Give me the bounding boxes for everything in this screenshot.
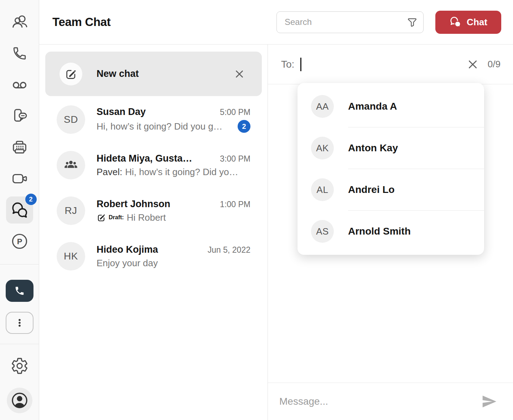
last-sender: Pavel: bbox=[97, 167, 122, 177]
conversation-row[interactable]: SD Susan Day 5:00 PM Hi, how’s it going?… bbox=[39, 97, 268, 142]
conversation-name: Hideo Kojima bbox=[97, 244, 158, 255]
navigation-rail: 2 P bbox=[0, 0, 39, 420]
text-message-icon bbox=[11, 108, 28, 124]
svg-text:P: P bbox=[17, 237, 22, 246]
conversation-preview: Hi, how’s it going? Did you g… bbox=[97, 121, 234, 132]
close-icon[interactable] bbox=[234, 68, 245, 80]
gear-icon bbox=[11, 357, 28, 375]
filter-icon[interactable] bbox=[407, 17, 418, 27]
conversation-row[interactable]: Hideta Miya, Gusta… 3:00 PM Pavel:Hi, ho… bbox=[39, 142, 268, 188]
message-input[interactable] bbox=[279, 396, 474, 407]
close-icon[interactable] bbox=[466, 58, 479, 71]
avatar: AL bbox=[311, 178, 334, 201]
new-chat-label: New chat bbox=[97, 68, 139, 79]
sidebar-item-park[interactable]: P bbox=[8, 230, 31, 253]
conversation-time: 5:00 PM bbox=[220, 107, 250, 117]
top-bar: Team Chat Chat bbox=[39, 0, 513, 44]
phone-filled-icon bbox=[14, 285, 25, 296]
new-chat-avatar bbox=[59, 63, 82, 85]
conversation-name: Hideta Miya, Gusta… bbox=[97, 153, 192, 164]
send-icon bbox=[481, 394, 497, 409]
draft-label: Draft: bbox=[109, 214, 124, 221]
contact-suggestion[interactable]: AL Andrei Lo bbox=[297, 169, 484, 210]
conversation-name: Susan Day bbox=[97, 106, 146, 117]
chat-bubbles-icon bbox=[449, 16, 462, 28]
team-chat-app: 2 P bbox=[0, 0, 513, 420]
sidebar-item-text-message[interactable] bbox=[8, 105, 31, 127]
more-actions-button[interactable] bbox=[6, 312, 33, 334]
new-chat-button[interactable]: Chat bbox=[435, 11, 501, 34]
sidebar-item-video[interactable] bbox=[8, 167, 31, 190]
search-input[interactable] bbox=[285, 17, 407, 27]
contact-name: Arnold Smith bbox=[348, 226, 411, 237]
conversation-time: 3:00 PM bbox=[220, 154, 250, 164]
sidebar-item-phone[interactable] bbox=[8, 42, 31, 65]
message-bar bbox=[268, 383, 513, 420]
contacts-icon bbox=[11, 14, 28, 30]
avatar: AK bbox=[311, 137, 334, 159]
conversation-preview: Pavel:Hi, how’s it going? Did yo… bbox=[97, 167, 250, 178]
profile-avatar-button[interactable] bbox=[7, 388, 32, 413]
conversation-preview: Enjoy your day bbox=[97, 258, 250, 269]
conversation-row[interactable]: RJ Robert Johnson 1:00 PM bbox=[39, 188, 268, 233]
contact-name: Amanda A bbox=[348, 101, 397, 112]
contact-name: Andrei Lo bbox=[348, 184, 395, 195]
compose-icon bbox=[64, 68, 77, 80]
avatar: SD bbox=[57, 105, 85, 134]
avatar: RJ bbox=[57, 196, 85, 225]
profile-avatar-icon bbox=[10, 391, 29, 410]
chat-unread-badge: 2 bbox=[25, 194, 37, 205]
contact-suggestion[interactable]: AA Amanda A bbox=[297, 86, 484, 127]
conversation-time: 1:00 PM bbox=[220, 200, 250, 209]
contact-suggestions-dropdown: AA Amanda A AK Anton Kay AL Andrei Lo bbox=[297, 83, 484, 255]
fax-icon bbox=[11, 139, 28, 156]
call-button[interactable] bbox=[6, 280, 33, 302]
team-chat-icon bbox=[11, 201, 28, 219]
sidebar-item-voicemail[interactable] bbox=[8, 73, 31, 96]
draft-compose-icon bbox=[97, 213, 106, 222]
avatar: AS bbox=[311, 220, 334, 243]
conversation-row[interactable]: HK Hideo Kojima Jun 5, 2022 Enjoy your d… bbox=[39, 233, 268, 279]
recipient-row: To: 0/9 bbox=[268, 44, 513, 84]
rail-divider bbox=[0, 264, 39, 264]
content-area: New chat SD Susan Day 5:00 PM bbox=[39, 44, 513, 420]
group-avatar bbox=[57, 151, 85, 179]
page-title: Team Chat bbox=[52, 15, 111, 29]
rail-divider bbox=[0, 344, 39, 344]
new-chat-button-label: Chat bbox=[467, 17, 487, 28]
conversation-preview: Hi Robert bbox=[127, 212, 250, 223]
group-icon bbox=[63, 157, 79, 173]
recipient-counter: 0/9 bbox=[488, 59, 501, 70]
avatar: AA bbox=[311, 95, 334, 118]
phone-icon bbox=[12, 46, 27, 61]
contact-suggestion[interactable]: AK Anton Kay bbox=[297, 127, 484, 169]
preview-text: Hi, how’s it going? Did yo… bbox=[125, 167, 238, 177]
text-cursor bbox=[300, 58, 301, 71]
main-area: Team Chat Chat bbox=[39, 0, 513, 420]
voicemail-icon bbox=[11, 77, 28, 93]
contact-name: Anton Kay bbox=[348, 142, 398, 154]
conversation-list: New chat SD Susan Day 5:00 PM bbox=[39, 44, 268, 420]
send-button[interactable] bbox=[481, 394, 497, 409]
sidebar-item-fax[interactable] bbox=[8, 136, 31, 159]
search-box bbox=[276, 11, 424, 33]
new-chat-list-item[interactable]: New chat bbox=[45, 52, 262, 96]
compose-panel: To: 0/9 AA Amanda A bbox=[268, 44, 513, 420]
to-label: To: bbox=[281, 59, 294, 70]
kebab-menu-icon bbox=[12, 316, 27, 330]
sidebar-item-contacts[interactable] bbox=[8, 11, 31, 33]
recipient-input[interactable] bbox=[304, 59, 466, 70]
avatar: HK bbox=[57, 242, 85, 271]
unread-badge: 2 bbox=[238, 120, 250, 133]
park-icon: P bbox=[11, 233, 28, 250]
sidebar-item-team-chat[interactable]: 2 bbox=[6, 196, 33, 224]
video-icon bbox=[11, 170, 28, 187]
conversation-name: Robert Johnson bbox=[97, 199, 170, 210]
conversation-time: Jun 5, 2022 bbox=[208, 245, 250, 255]
settings-button[interactable] bbox=[10, 356, 29, 376]
contact-suggestion[interactable]: AS Arnold Smith bbox=[297, 211, 484, 252]
